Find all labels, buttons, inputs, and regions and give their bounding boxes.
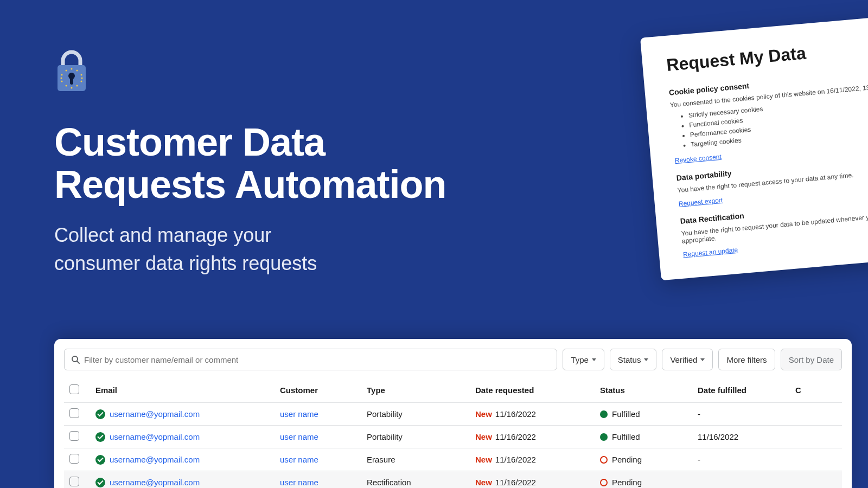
more-filters-button[interactable]: More filters (718, 349, 775, 370)
table-header-row: Email Customer Type Date requested Statu… (64, 378, 842, 403)
email-link[interactable]: username@yopmail.com (110, 455, 200, 464)
svg-line-16 (77, 361, 79, 363)
customer-link[interactable]: user name (280, 455, 318, 464)
header-email: Email (90, 378, 275, 403)
headline-line1: Customer Data (54, 121, 446, 164)
new-badge: New (475, 478, 492, 487)
verified-badge-icon (95, 478, 105, 487)
svg-point-12 (71, 87, 73, 89)
status-text: Fulfilled (612, 432, 640, 441)
status-fulfilled-icon (600, 410, 608, 418)
date-requested: New11/16/2022 (470, 471, 595, 489)
table-row[interactable]: username@yopmail.comuser namePortability… (64, 403, 842, 426)
svg-point-6 (61, 74, 63, 76)
email-link[interactable]: username@yopmail.com (110, 478, 200, 487)
verified-badge-icon (95, 455, 105, 465)
filter-type-label: Type (571, 355, 589, 364)
subheadline-line2: consumer data rights requests (54, 249, 446, 278)
verified-badge-icon (95, 432, 105, 442)
filter-verified-button[interactable]: Verified (662, 349, 713, 370)
filter-type-button[interactable]: Type (563, 349, 604, 370)
request-type: Erasure (361, 448, 470, 471)
status-text: Fulfilled (612, 409, 640, 419)
header-type: Type (361, 378, 470, 403)
header-customer: Customer (275, 378, 361, 403)
request-data-card: Request My Data Cookie policy consent Yo… (640, 14, 868, 280)
header-date-fulfilled: Date fulfilled (692, 378, 790, 403)
status-cell: Fulfilled (600, 409, 687, 419)
table-row[interactable]: username@yopmail.comuser nameErasureNew1… (64, 448, 842, 471)
more-filters-label: More filters (726, 355, 767, 364)
requests-table: Email Customer Type Date requested Statu… (64, 378, 842, 488)
status-cell: Fulfilled (600, 432, 687, 441)
status-text: Pending (612, 455, 642, 464)
status-pending-icon (600, 479, 608, 486)
email-link[interactable]: username@yopmail.com (110, 432, 200, 441)
search-icon (71, 355, 80, 364)
svg-rect-2 (70, 77, 73, 85)
svg-point-7 (81, 74, 82, 76)
customer-link[interactable]: user name (280, 409, 318, 419)
customer-link[interactable]: user name (280, 478, 318, 487)
sort-button[interactable]: Sort by Date (781, 349, 842, 370)
filter-status-button[interactable]: Status (610, 349, 657, 370)
status-cell: Pending (600, 455, 687, 464)
date-requested: New11/16/2022 (470, 403, 595, 426)
search-box[interactable] (64, 349, 557, 370)
email-link[interactable]: username@yopmail.com (110, 409, 200, 419)
svg-point-3 (71, 68, 73, 70)
headline-line2: Requests Automation (54, 164, 446, 206)
svg-point-5 (76, 70, 78, 72)
svg-point-11 (76, 85, 78, 87)
hero-subheadline: Collect and manage your consumer data ri… (54, 221, 446, 278)
date-fulfilled: - (692, 403, 790, 426)
row-checkbox[interactable] (69, 408, 79, 418)
request-type: Portability (361, 403, 470, 426)
row-checkbox[interactable] (69, 477, 79, 486)
subheadline-line1: Collect and manage your (54, 221, 446, 249)
svg-point-10 (66, 85, 67, 87)
row-checkbox[interactable] (69, 454, 79, 464)
sort-label: Sort by Date (789, 355, 834, 364)
svg-point-8 (61, 81, 63, 82)
new-badge: New (475, 432, 492, 441)
row-checkbox[interactable] (69, 431, 79, 441)
svg-point-13 (61, 78, 62, 79)
status-fulfilled-icon (600, 433, 608, 441)
table-row[interactable]: username@yopmail.comuser namePortability… (64, 426, 842, 448)
select-all-checkbox[interactable] (69, 384, 79, 394)
date-requested: New11/16/2022 (470, 426, 595, 448)
chevron-down-icon (644, 358, 648, 361)
request-type: Rectification (361, 471, 470, 489)
status-pending-icon (600, 456, 608, 464)
date-requested: New11/16/2022 (470, 448, 595, 471)
card-title: Request My Data (666, 35, 868, 75)
customer-link[interactable]: user name (280, 432, 318, 441)
request-update-link[interactable]: Request an update (683, 246, 738, 259)
date-fulfilled: 11/16/2022 (692, 426, 790, 448)
header-date-requested: Date requested (470, 378, 595, 403)
hero: Customer Data Requests Automation Collec… (54, 50, 446, 278)
request-type: Portability (361, 426, 470, 448)
filter-status-label: Status (618, 355, 641, 364)
verified-badge-icon (95, 409, 105, 419)
svg-point-14 (81, 78, 83, 79)
date-fulfilled (692, 471, 790, 489)
filter-verified-label: Verified (670, 355, 697, 364)
status-text: Pending (612, 478, 642, 487)
svg-point-4 (66, 70, 67, 72)
date-fulfilled: - (692, 448, 790, 471)
request-export-link[interactable]: Request export (678, 196, 723, 208)
chevron-down-icon (700, 358, 705, 361)
chevron-down-icon (592, 358, 596, 361)
status-cell: Pending (600, 478, 687, 487)
new-badge: New (475, 409, 492, 419)
filter-row: Type Status Verified More filters Sort b… (64, 349, 842, 370)
search-input[interactable] (84, 355, 550, 364)
revoke-consent-link[interactable]: Revoke consent (674, 153, 722, 164)
lock-icon (54, 50, 89, 92)
table-row[interactable]: username@yopmail.comuser nameRectificati… (64, 471, 842, 489)
header-comment: C (790, 378, 842, 403)
svg-point-9 (81, 81, 82, 82)
requests-table-panel: Type Status Verified More filters Sort b… (54, 339, 852, 488)
